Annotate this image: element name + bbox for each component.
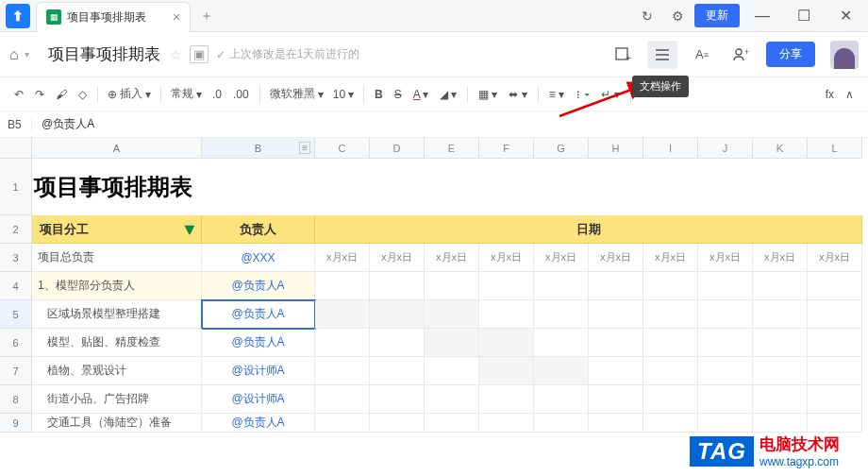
date-cell[interactable] [589,357,643,385]
row-header[interactable]: 6 [0,329,31,357]
date-cell[interactable] [698,385,753,414]
date-cell[interactable] [425,329,479,357]
date-cell[interactable] [315,414,370,433]
sync-icon[interactable]: ↻ [634,4,660,28]
filter-icon[interactable]: ⯆ [184,223,195,236]
date-cell[interactable] [534,329,589,357]
home-icon[interactable]: ⌂ [9,46,19,63]
clear-format-icon[interactable]: ◇ [74,85,92,104]
update-button[interactable]: 更新 [694,4,740,27]
date-cell[interactable]: x月x日 [589,244,643,272]
date-cell[interactable] [315,357,370,385]
date-cell[interactable] [698,300,753,329]
task-cell[interactable]: 植物、景观设计 [32,357,202,385]
col-header-A[interactable]: A [32,138,202,159]
date-cell[interactable] [589,272,643,300]
document-tab[interactable]: ▦ 项目事项排期表 × [36,2,191,32]
date-cell[interactable] [370,357,425,385]
date-cell[interactable] [808,414,862,433]
row-header[interactable]: 8 [0,385,31,414]
date-cell[interactable]: x月x日 [534,244,589,272]
close-window-icon[interactable]: ✕ [826,3,864,29]
date-cell[interactable] [753,357,808,385]
date-cell[interactable] [808,357,862,385]
col-header-H[interactable]: H [589,138,643,159]
col-header-B[interactable]: B≡ [202,138,315,159]
task-cell[interactable]: 区域场景模型整理搭建 [32,300,202,329]
col-header-E[interactable]: E [425,138,479,159]
col-header-K[interactable]: K [753,138,808,159]
share-button[interactable]: 分享 [766,42,815,67]
fill-color-icon[interactable]: ◢ ▾ [435,85,461,104]
halign-icon[interactable]: ≡ ▾ [544,85,569,104]
borders-icon[interactable]: ▦ ▾ [474,85,502,104]
date-cell[interactable]: x月x日 [753,244,808,272]
date-cell[interactable] [425,300,479,329]
row-header[interactable]: 3 [0,244,31,272]
date-cell[interactable] [643,329,698,357]
date-cell[interactable] [643,357,698,385]
merge-icon[interactable]: ⬌ ▾ [504,85,531,104]
date-cell[interactable] [753,385,808,414]
minimize-icon[interactable]: — [743,3,781,29]
undo-icon[interactable]: ↶ [9,85,28,104]
add-tab-icon[interactable]: ＋ [200,8,213,25]
date-cell[interactable]: x月x日 [370,244,425,272]
bold-icon[interactable]: B [370,85,388,104]
row-header[interactable]: 9 [0,414,31,433]
date-cell[interactable] [753,272,808,300]
style-dropdown[interactable]: 常规 ▾ [167,84,206,104]
date-cell[interactable]: x月x日 [808,244,862,272]
date-cell[interactable] [643,414,698,433]
filter-icon[interactable]: ≡ [299,142,310,154]
sheet-title[interactable]: 项目事项排期表 [32,159,862,215]
owner-cell[interactable]: @设计师A [202,357,315,385]
add-user-icon[interactable]: + [726,41,757,69]
task-cell[interactable]: 1、模型部分负责人 [32,272,202,300]
date-cell[interactable] [698,357,753,385]
text-color-icon[interactable]: A ▾ [409,85,433,104]
paint-icon[interactable]: 🖌 [51,85,72,104]
date-cell[interactable]: x月x日 [643,244,698,272]
strike-icon[interactable]: S [390,85,407,104]
star-icon[interactable]: ☆ [170,47,182,62]
date-cell[interactable] [534,272,589,300]
date-cell[interactable] [643,300,698,329]
date-cell[interactable] [698,272,753,300]
owner-cell[interactable]: @负责人A [202,272,315,300]
date-cell[interactable] [479,385,534,414]
cell-name[interactable]: B5 [0,118,32,131]
date-cell[interactable] [753,414,808,433]
close-icon[interactable]: × [173,9,180,25]
select-all-corner[interactable] [0,138,32,159]
col-header-J[interactable]: J [698,138,753,159]
row-header[interactable]: 1 [0,159,31,215]
owner-cell[interactable]: @负责人A [202,300,315,329]
date-cell[interactable] [425,385,479,414]
date-cell[interactable] [425,357,479,385]
header-dates[interactable]: 日期 [315,215,862,244]
row-header[interactable]: 5 [0,300,31,329]
create-icon[interactable]: + [608,41,638,69]
decimal-dec-icon[interactable]: .0 [208,85,226,104]
doc-operations-button[interactable] [647,41,677,69]
text-format-icon[interactable]: A≡ [687,41,717,69]
date-cell[interactable] [808,385,862,414]
date-cell[interactable] [808,329,862,357]
insert-dropdown[interactable]: ⊕ 插入 ▾ [104,84,155,104]
date-cell[interactable] [643,385,698,414]
task-cell[interactable]: 街道小品、广告招牌 [32,385,202,414]
date-cell[interactable] [370,300,425,329]
date-cell[interactable] [479,414,534,433]
date-cell[interactable] [698,414,753,433]
owner-cell[interactable]: @负责人A [202,414,315,433]
date-cell[interactable] [808,272,862,300]
wrap-icon[interactable]: ↵ ▾ [596,85,624,104]
owner-cell[interactable]: @XXX [202,244,315,272]
date-cell[interactable] [315,329,370,357]
date-cell[interactable] [479,357,534,385]
col-header-D[interactable]: D [370,138,425,159]
overflow-icon[interactable]: ∧ [841,85,859,104]
avatar[interactable] [830,41,859,69]
date-cell[interactable] [370,385,425,414]
